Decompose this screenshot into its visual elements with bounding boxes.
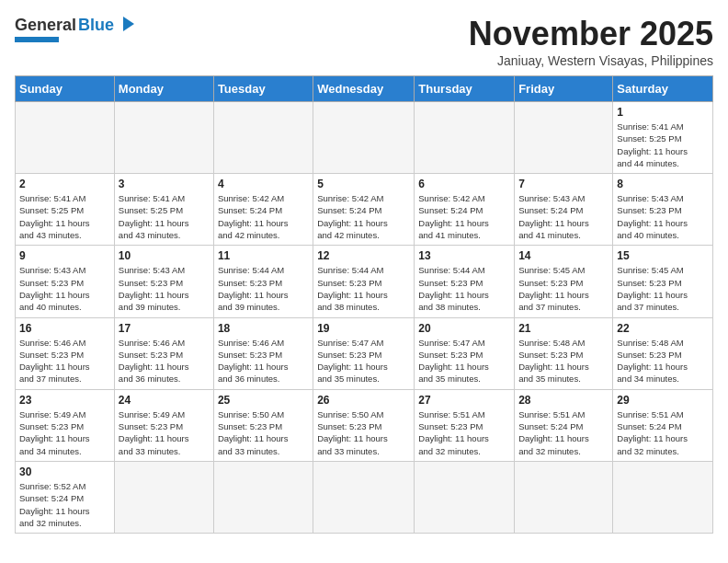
logo-general-text: General: [15, 16, 76, 35]
cell-content: Sunrise: 5:46 AM Sunset: 5:23 PM Dayligh…: [119, 337, 210, 385]
calendar-cell: 8Sunrise: 5:43 AM Sunset: 5:23 PM Daylig…: [613, 174, 713, 246]
calendar-cell: 7Sunrise: 5:43 AM Sunset: 5:24 PM Daylig…: [515, 174, 613, 246]
calendar-week-6: 30Sunrise: 5:52 AM Sunset: 5:24 PM Dayli…: [16, 461, 713, 533]
calendar-cell: 12Sunrise: 5:44 AM Sunset: 5:23 PM Dayli…: [313, 246, 415, 317]
calendar-cell: [415, 102, 515, 174]
day-number: 19: [317, 322, 410, 335]
calendar-cell: [213, 102, 313, 174]
day-number: 8: [617, 178, 709, 190]
calendar-cell: 6Sunrise: 5:42 AM Sunset: 5:24 PM Daylig…: [415, 174, 515, 246]
cell-content: Sunrise: 5:52 AM Sunset: 5:24 PM Dayligh…: [19, 480, 110, 529]
day-number: 28: [518, 394, 609, 407]
cell-content: Sunrise: 5:47 AM Sunset: 5:23 PM Dayligh…: [317, 337, 410, 385]
cell-content: Sunrise: 5:44 AM Sunset: 5:23 PM Dayligh…: [218, 264, 309, 313]
logo: General Blue: [15, 15, 138, 42]
calendar-cell: 13Sunrise: 5:44 AM Sunset: 5:23 PM Dayli…: [415, 246, 515, 317]
calendar-cell: 30Sunrise: 5:52 AM Sunset: 5:24 PM Dayli…: [16, 461, 115, 533]
calendar-cell: 24Sunrise: 5:49 AM Sunset: 5:23 PM Dayli…: [114, 389, 213, 461]
calendar-week-1: 1Sunrise: 5:41 AM Sunset: 5:25 PM Daylig…: [16, 102, 713, 174]
calendar-week-2: 2Sunrise: 5:41 AM Sunset: 5:25 PM Daylig…: [16, 174, 713, 246]
cell-content: Sunrise: 5:42 AM Sunset: 5:24 PM Dayligh…: [418, 192, 510, 241]
day-number: 1: [617, 106, 709, 119]
cell-content: Sunrise: 5:44 AM Sunset: 5:23 PM Dayligh…: [418, 264, 510, 313]
cell-content: Sunrise: 5:42 AM Sunset: 5:24 PM Dayligh…: [218, 192, 309, 241]
cell-content: Sunrise: 5:46 AM Sunset: 5:23 PM Dayligh…: [19, 337, 110, 385]
day-number: 23: [19, 394, 110, 407]
calendar-cell: 21Sunrise: 5:48 AM Sunset: 5:23 PM Dayli…: [515, 317, 613, 389]
cell-content: Sunrise: 5:48 AM Sunset: 5:23 PM Dayligh…: [518, 337, 609, 385]
calendar-cell: 18Sunrise: 5:46 AM Sunset: 5:23 PM Dayli…: [213, 317, 313, 389]
calendar-cell: 4Sunrise: 5:42 AM Sunset: 5:24 PM Daylig…: [213, 174, 313, 246]
day-number: 14: [518, 249, 609, 262]
cell-content: Sunrise: 5:50 AM Sunset: 5:23 PM Dayligh…: [317, 408, 410, 457]
cell-content: Sunrise: 5:50 AM Sunset: 5:23 PM Dayligh…: [218, 408, 309, 457]
calendar-cell: 19Sunrise: 5:47 AM Sunset: 5:23 PM Dayli…: [313, 317, 415, 389]
weekday-header-tuesday: Tuesday: [213, 76, 313, 102]
cell-content: Sunrise: 5:45 AM Sunset: 5:23 PM Dayligh…: [518, 264, 609, 313]
calendar-cell: 23Sunrise: 5:49 AM Sunset: 5:23 PM Dayli…: [16, 389, 115, 461]
weekday-header-monday: Monday: [114, 76, 213, 102]
day-number: 29: [617, 394, 709, 407]
calendar-cell: 20Sunrise: 5:47 AM Sunset: 5:23 PM Dayli…: [415, 317, 515, 389]
day-number: 10: [119, 249, 210, 262]
calendar-cell: 25Sunrise: 5:50 AM Sunset: 5:23 PM Dayli…: [213, 389, 313, 461]
calendar-cell: 26Sunrise: 5:50 AM Sunset: 5:23 PM Dayli…: [313, 389, 415, 461]
weekday-header-row: SundayMondayTuesdayWednesdayThursdayFrid…: [16, 76, 713, 102]
day-number: 26: [317, 394, 410, 407]
day-number: 17: [119, 322, 210, 335]
calendar-cell: [515, 102, 613, 174]
day-number: 24: [119, 394, 210, 407]
day-number: 13: [418, 249, 510, 262]
location-subtitle: Janiuay, Western Visayas, Philippines: [469, 53, 713, 68]
calendar-week-4: 16Sunrise: 5:46 AM Sunset: 5:23 PM Dayli…: [16, 317, 713, 389]
calendar-cell: 16Sunrise: 5:46 AM Sunset: 5:23 PM Dayli…: [16, 317, 115, 389]
header: General Blue November 2025 Janiuay, West…: [15, 15, 713, 68]
day-number: 11: [218, 249, 309, 262]
cell-content: Sunrise: 5:47 AM Sunset: 5:23 PM Dayligh…: [418, 337, 510, 385]
weekday-header-saturday: Saturday: [613, 76, 713, 102]
day-number: 2: [19, 178, 110, 190]
day-number: 3: [119, 178, 210, 190]
calendar-table: SundayMondayTuesdayWednesdayThursdayFrid…: [15, 75, 713, 534]
weekday-header-sunday: Sunday: [16, 76, 115, 102]
cell-content: Sunrise: 5:43 AM Sunset: 5:23 PM Dayligh…: [617, 192, 709, 241]
day-number: 22: [617, 322, 709, 335]
month-title: November 2025: [469, 15, 713, 53]
weekday-header-friday: Friday: [515, 76, 613, 102]
day-number: 6: [418, 178, 510, 190]
day-number: 30: [19, 465, 110, 478]
logo-blue-text: Blue: [78, 16, 114, 35]
day-number: 18: [218, 322, 309, 335]
logo-underline: [15, 37, 59, 42]
logo-icon: [118, 15, 138, 35]
cell-content: Sunrise: 5:51 AM Sunset: 5:24 PM Dayligh…: [518, 408, 609, 457]
day-number: 4: [218, 178, 309, 190]
calendar-cell: [114, 102, 213, 174]
calendar-cell: [313, 461, 415, 533]
calendar-cell: [613, 461, 713, 533]
cell-content: Sunrise: 5:49 AM Sunset: 5:23 PM Dayligh…: [119, 408, 210, 457]
cell-content: Sunrise: 5:43 AM Sunset: 5:23 PM Dayligh…: [19, 264, 110, 313]
calendar-cell: 28Sunrise: 5:51 AM Sunset: 5:24 PM Dayli…: [515, 389, 613, 461]
calendar-cell: [515, 461, 613, 533]
day-number: 20: [418, 322, 510, 335]
cell-content: Sunrise: 5:42 AM Sunset: 5:24 PM Dayligh…: [317, 192, 410, 241]
svg-marker-0: [123, 17, 134, 31]
calendar-cell: 5Sunrise: 5:42 AM Sunset: 5:24 PM Daylig…: [313, 174, 415, 246]
calendar-cell: [114, 461, 213, 533]
calendar-cell: 2Sunrise: 5:41 AM Sunset: 5:25 PM Daylig…: [16, 174, 115, 246]
calendar-week-3: 9Sunrise: 5:43 AM Sunset: 5:23 PM Daylig…: [16, 246, 713, 317]
calendar-cell: 14Sunrise: 5:45 AM Sunset: 5:23 PM Dayli…: [515, 246, 613, 317]
day-number: 9: [19, 249, 110, 262]
cell-content: Sunrise: 5:41 AM Sunset: 5:25 PM Dayligh…: [119, 192, 210, 241]
day-number: 15: [617, 249, 709, 262]
calendar-cell: [415, 461, 515, 533]
title-area: November 2025 Janiuay, Western Visayas, …: [469, 15, 713, 68]
calendar-cell: 17Sunrise: 5:46 AM Sunset: 5:23 PM Dayli…: [114, 317, 213, 389]
calendar-cell: 27Sunrise: 5:51 AM Sunset: 5:23 PM Dayli…: [415, 389, 515, 461]
calendar-cell: [213, 461, 313, 533]
weekday-header-wednesday: Wednesday: [313, 76, 415, 102]
cell-content: Sunrise: 5:51 AM Sunset: 5:24 PM Dayligh…: [617, 408, 709, 457]
calendar-cell: 9Sunrise: 5:43 AM Sunset: 5:23 PM Daylig…: [16, 246, 115, 317]
day-number: 5: [317, 178, 410, 190]
